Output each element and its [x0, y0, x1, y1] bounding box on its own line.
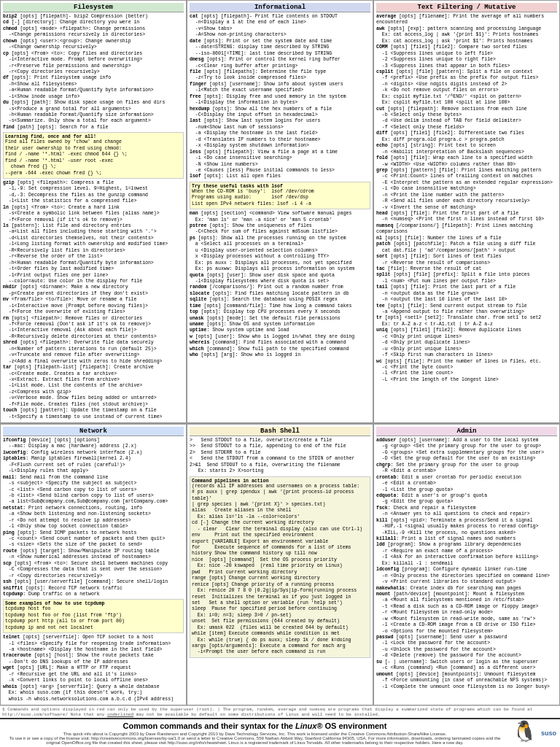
top-grid: Filesystem bzip2 [opts] [filepath]- bzip…: [0, 0, 560, 423]
pipeline-box: Command pipelines in action (records all…: [190, 476, 370, 658]
tcpdump-title: Some examples of how to use tcpdump: [5, 601, 182, 606]
tux-logo: 🐧: [512, 723, 537, 743]
informational-title: Informational: [190, 3, 370, 12]
bash-title: Bash Shell: [190, 427, 370, 436]
bash-section: Bash Shell > Send STDOUT to a file, over…: [187, 424, 373, 705]
bottom-grid: Network ifconfig [device] [opts] [option…: [0, 423, 560, 705]
admin-section: Admin adduser [opts] [username]: Add a u…: [373, 424, 560, 705]
footer-section: Common commands and their syntax for the…: [0, 718, 560, 747]
lsof-content: When the CD-ROM is 'busy': lsof /dev/cdr…: [192, 189, 368, 207]
find-highlight-title: Learning find, once and for all!: [5, 134, 182, 139]
network-content2: telnet [opts] [serverfile]: Open TCP soc…: [3, 635, 184, 703]
main-container: Filesystem bzip2 [opts] [filepath]- bzip…: [0, 0, 560, 747]
lsof-highlight: Try these useful tasks with lsof When th…: [190, 182, 370, 209]
find-highlight: Learning find, once and for all! Find al…: [3, 132, 184, 179]
admin-content: adduser [opts] [username]: Add a user to…: [376, 438, 557, 690]
network-section: Network ifconfig [device] [opts] [option…: [0, 424, 187, 705]
footer-main: Common commands and their syntax for the…: [4, 721, 506, 745]
pipeline-content: (records all IP addresses and usernames …: [192, 484, 368, 656]
find-highlight-content: Find all files owned by 'chow' and chang…: [5, 139, 182, 177]
commands-note: § Commands and options displayed in red …: [0, 705, 560, 718]
lsof-title: Try these useful tasks with lsof: [192, 184, 368, 189]
tcpdump-content: tcpdump host foo tcpdump host foo or foo…: [5, 606, 182, 631]
footer-title: Common commands and their syntax for the…: [4, 721, 506, 730]
bash-redirect-content: > Send STDOUT to a file, overwrite/creat…: [190, 438, 370, 475]
suso-logo: suso: [541, 729, 556, 737]
text-filtering-title: Text Filtering / Mutative: [376, 3, 557, 12]
network-title: Network: [3, 427, 184, 436]
pipeline-title: Command pipelines in action: [192, 479, 368, 484]
informational-content: cat [opts] [filepath]- Print file conten…: [190, 14, 370, 180]
footer-header: Common commands and their syntax for the…: [4, 721, 556, 745]
tcpdump-highlight: Some examples of how to use tcpdump tcpd…: [3, 599, 184, 633]
text-filtering-section: Text Filtering / Mutative average [opts]…: [373, 0, 560, 423]
filesystem-content: bzip2 [opts] [filepath]- bzip2 Compressi…: [3, 14, 184, 131]
text-filtering-content: average [opts] [filename]: Print the ave…: [376, 14, 557, 383]
informational-content2: man [opts] [section] <command> View soft…: [190, 211, 370, 359]
network-content: ifconfig [device] [opts] [options] --mac…: [3, 438, 184, 597]
filesystem-section: Filesystem bzip2 [opts] [filepath]- bzip…: [0, 0, 187, 423]
filesystem-content2: gzip [opts] <filepath>: Compress a file …: [3, 180, 184, 420]
footer-url: To use it or see a copy of the license v…: [4, 736, 506, 745]
filesystem-title: Filesystem: [3, 3, 184, 12]
informational-section: Informational cat [opts] [filepath]- Pri…: [187, 0, 373, 423]
commands-note-text: § Commands and options displayed in red …: [2, 707, 532, 717]
admin-title: Admin: [376, 427, 557, 436]
